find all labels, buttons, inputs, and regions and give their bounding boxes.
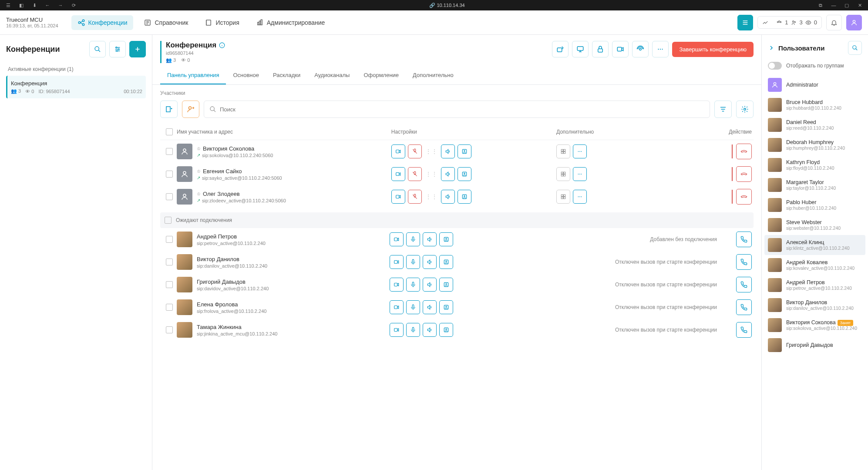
download-icon[interactable]: ⬇ [31, 2, 37, 8]
row-checkbox[interactable] [166, 304, 173, 311]
select-all-waiting-checkbox[interactable] [165, 217, 172, 224]
call-button[interactable] [736, 254, 752, 270]
nav-conferences[interactable]: Конференции [71, 15, 134, 30]
participant-search-input[interactable] [220, 106, 704, 113]
mic-off-button[interactable] [408, 167, 422, 181]
sort-button[interactable] [714, 101, 732, 118]
layout-button[interactable] [556, 190, 570, 204]
end-conference-button[interactable]: Завершить конференцию [672, 42, 754, 57]
search-users-button[interactable] [848, 41, 862, 55]
tab-layouts[interactable]: Раскладки [266, 67, 307, 84]
drag-handle-icon[interactable]: ⋮⋮ [424, 167, 438, 181]
row-checkbox[interactable] [166, 326, 173, 333]
speaker-button[interactable] [441, 144, 455, 158]
profile-button[interactable] [458, 190, 471, 204]
camera-button[interactable] [390, 300, 404, 314]
tab-main[interactable]: Основное [226, 67, 266, 84]
row-checkbox[interactable] [166, 193, 173, 200]
nav-admin[interactable]: Администрирование [250, 15, 331, 30]
list-view-button[interactable] [737, 15, 753, 30]
camera-button[interactable] [390, 232, 404, 246]
camera-button[interactable] [390, 323, 404, 337]
hangup-button[interactable] [736, 144, 752, 159]
mic-off-button[interactable] [408, 144, 422, 158]
user-item[interactable]: Bruce Hubbard sip:hubbard@10.110.2.240 [764, 95, 865, 115]
user-item[interactable]: Kathryn Floyd sip:floyd@10.110.2.240 [764, 155, 865, 175]
user-item[interactable]: Daniel Reed sip:reed@10.110.2.240 [764, 115, 865, 135]
user-item[interactable]: Виктор Данилов sip:danilov_active@10.110… [764, 295, 865, 315]
camera-button[interactable] [391, 190, 405, 204]
user-item[interactable]: Григорий Давыдов [764, 335, 865, 355]
back-icon[interactable]: ← [44, 2, 50, 8]
user-item-admin[interactable]: Administrator [764, 75, 865, 95]
minimize-icon[interactable]: — [831, 2, 837, 8]
user-item[interactable]: Виктория СоколоваЗанят sip:sokolova_acti… [764, 315, 865, 335]
maximize-icon[interactable]: ▢ [844, 2, 850, 8]
info-icon[interactable] [219, 42, 225, 48]
tab-audio[interactable]: Аудиоканалы [307, 67, 357, 84]
tab-design[interactable]: Оформление [357, 67, 406, 84]
mic-button[interactable] [406, 278, 420, 292]
drag-handle-icon[interactable]: ⋮⋮ [424, 144, 438, 158]
profile-button[interactable] [439, 232, 453, 246]
profile-button[interactable] [458, 144, 471, 158]
participant-search-box[interactable] [204, 101, 710, 118]
speaker-button[interactable] [423, 300, 437, 314]
speaker-button[interactable] [441, 190, 455, 204]
more-row-button[interactable] [573, 144, 587, 158]
profile-button[interactable] [458, 167, 471, 181]
monitor-button[interactable] [572, 41, 589, 57]
user-item[interactable]: Margaret Taylor sip:taylor@10.110.2.240 [764, 175, 865, 195]
add-conference-button[interactable] [129, 41, 146, 57]
hangup-button[interactable] [736, 189, 752, 205]
notifications-button[interactable] [826, 15, 842, 30]
chevron-right-icon[interactable] [768, 44, 775, 51]
mic-button[interactable] [406, 323, 420, 337]
record-button[interactable] [612, 41, 629, 57]
call-button[interactable] [736, 232, 752, 247]
speaker-button[interactable] [423, 255, 437, 269]
row-checkbox[interactable] [166, 148, 173, 155]
row-checkbox[interactable] [166, 236, 173, 243]
speaker-button[interactable] [423, 232, 437, 246]
camera-button[interactable] [391, 167, 405, 181]
add-participant-button[interactable] [160, 101, 178, 118]
nav-directory[interactable]: Справочник [138, 15, 194, 30]
call-button[interactable] [736, 322, 752, 338]
row-checkbox[interactable] [166, 171, 173, 178]
tab-extra[interactable]: Дополнительно [406, 67, 461, 84]
search-conferences-button[interactable] [89, 41, 106, 57]
group-toggle[interactable] [768, 62, 782, 70]
profile-button[interactable] [439, 255, 453, 269]
reload-icon[interactable]: ⟳ [71, 2, 77, 8]
forward-icon[interactable]: → [57, 2, 64, 8]
camera-button[interactable] [391, 144, 405, 158]
settings-button[interactable] [736, 101, 754, 118]
invite-participant-button[interactable] [182, 101, 199, 118]
more-row-button[interactable] [573, 190, 587, 204]
camera-button[interactable] [390, 255, 404, 269]
nav-history[interactable]: История [198, 15, 245, 30]
profile-button[interactable] [439, 300, 453, 314]
row-checkbox[interactable] [166, 281, 173, 288]
lock-button[interactable] [592, 41, 609, 57]
user-item[interactable]: Андрей Петров sip:petrov_active@10.110.2… [764, 275, 865, 295]
row-checkbox[interactable] [166, 258, 173, 265]
call-button[interactable] [736, 299, 752, 315]
more-row-button[interactable] [573, 167, 587, 181]
user-item[interactable]: Deborah Humphrey sip:humphrey@10.110.2.2… [764, 135, 865, 155]
browser-menu-icon[interactable]: ☰ [5, 2, 11, 8]
more-button[interactable] [652, 41, 669, 57]
filter-conferences-button[interactable] [109, 41, 126, 57]
sidebar-icon[interactable]: ◧ [18, 2, 24, 8]
stream-button[interactable] [632, 41, 649, 57]
user-menu-button[interactable] [846, 15, 862, 30]
user-item[interactable]: Андрей Ковалев sip:kovalev_active@10.110… [764, 255, 865, 275]
mic-off-button[interactable] [408, 190, 422, 204]
user-item[interactable]: Steve Webster sip:webster@10.110.2.240 [764, 215, 865, 235]
user-item[interactable]: Алексей Клинц sip:klintz_active@10.110.2… [764, 235, 865, 255]
mic-button[interactable] [406, 232, 420, 246]
mic-button[interactable] [406, 255, 420, 269]
speaker-button[interactable] [423, 323, 437, 337]
speaker-button[interactable] [441, 167, 455, 181]
